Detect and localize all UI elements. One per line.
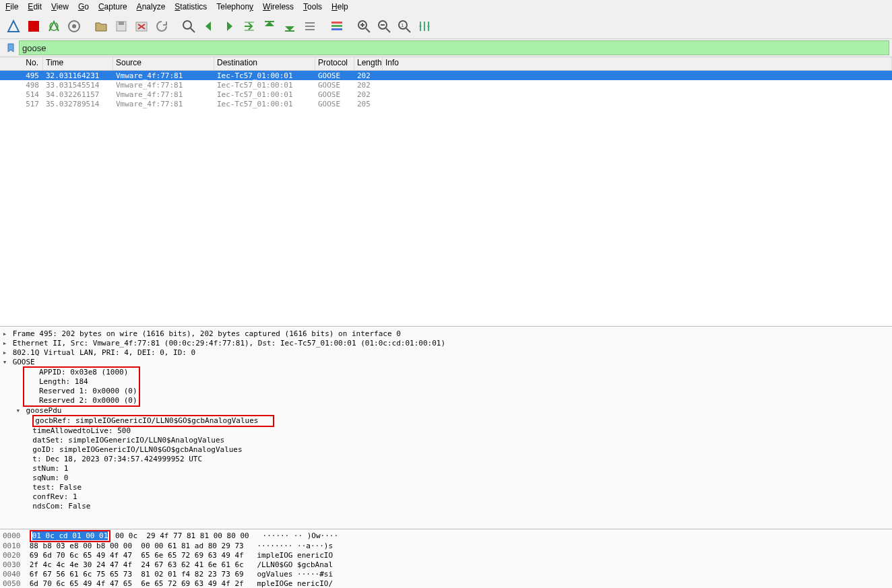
hex-row[interactable]: 0050 6d 70 6c 65 49 4f 47 65 6e 65 72 69…	[3, 579, 889, 588]
find-packet-icon[interactable]	[179, 17, 198, 36]
filter-bookmark-icon[interactable]	[5, 42, 16, 53]
menu-help[interactable]: Help	[331, 2, 348, 11]
svg-point-2	[72, 24, 76, 28]
col-header-dest[interactable]: Destination	[214, 57, 315, 70]
detail-confrev[interactable]: confRev: 1	[32, 492, 77, 501]
go-back-icon[interactable]	[199, 17, 218, 36]
svg-line-23	[386, 28, 390, 32]
packet-row[interactable]: 51735.032789514Vmware_4f:77:81Iec-Tc57_0…	[0, 99, 892, 108]
save-file-icon[interactable]	[112, 17, 131, 36]
detail-stnum[interactable]: stNum: 1	[32, 464, 68, 473]
menu-edit[interactable]: Edit	[28, 2, 42, 11]
detail-test[interactable]: test: False	[32, 483, 82, 492]
collapse-icon[interactable]: ▾	[15, 406, 22, 416]
hex-row[interactable]: 0020 69 6d 70 6c 65 49 4f 47 65 6e 65 72…	[3, 551, 889, 560]
menu-file[interactable]: File	[5, 2, 18, 11]
detail-length[interactable]: Length: 184	[39, 377, 88, 386]
detail-ndscom[interactable]: ndsCom: False	[32, 502, 90, 511]
packet-bytes-pane[interactable]: 0000 01 0c cd 01 00 01 00 0c 29 4f 77 81…	[0, 529, 892, 588]
packet-row[interactable]: 51434.032261157Vmware_4f:77:81Iec-Tc57_0…	[0, 90, 892, 99]
detail-goose[interactable]: GOOSE	[13, 358, 35, 366]
capture-options-icon[interactable]	[65, 17, 84, 36]
menu-statistics[interactable]: Statistics	[174, 2, 207, 11]
packet-list-pane: No. Time Source Destination Protocol Len…	[0, 57, 892, 326]
detail-goid[interactable]: goID: simpleIOGenericIO/LLN0$GO$gcbAnalo…	[32, 445, 242, 454]
svg-rect-0	[28, 21, 39, 32]
hex-row[interactable]: 0010 88 b8 03 e8 00 b8 00 00 00 00 61 81…	[3, 542, 889, 551]
detail-tal[interactable]: timeAllowedtoLive: 500	[32, 426, 131, 435]
highlight-box: 01 0c cd 01 00 01	[30, 530, 111, 542]
stop-capture-icon[interactable]	[24, 17, 43, 36]
detail-gocbref[interactable]: gocbRef: simpleIOGenericIO/LLN0$GO$gcbAn…	[35, 416, 258, 425]
packet-details-pane[interactable]: ▸ Frame 495: 202 bytes on wire (1616 bit…	[0, 326, 892, 529]
display-filter-bar	[0, 39, 892, 57]
open-file-icon[interactable]	[92, 17, 110, 36]
zoom-reset-icon[interactable]: 1	[395, 17, 414, 36]
svg-rect-16	[331, 25, 342, 27]
restart-capture-icon[interactable]	[44, 17, 63, 36]
menu-view[interactable]: View	[51, 2, 69, 11]
detail-res1[interactable]: Reserved 1: 0x0000 (0)	[39, 387, 137, 395]
reload-file-icon[interactable]	[152, 17, 171, 36]
detail-datset[interactable]: datSet: simpleIOGenericIO/LLN0$AnalogVal…	[32, 436, 224, 445]
auto-scroll-icon[interactable]	[300, 17, 319, 36]
col-header-info[interactable]: Info	[383, 57, 892, 70]
packet-row[interactable]: 49833.031545514Vmware_4f:77:81Iec-Tc57_0…	[0, 80, 892, 90]
hex-row[interactable]: 0000 01 0c cd 01 00 01 00 0c 29 4f 77 81…	[3, 531, 889, 542]
detail-sqnum[interactable]: sqNum: 0	[32, 473, 68, 482]
hex-row[interactable]: 0040 6f 67 56 61 6c 75 65 73 81 02 01 f4…	[3, 570, 889, 579]
detail-frame[interactable]: Frame 495: 202 bytes on wire (1616 bits)…	[13, 329, 401, 338]
detail-vlan[interactable]: 802.1Q Virtual LAN, PRI: 4, DEI: 0, ID: …	[13, 348, 196, 357]
zoom-out-icon[interactable]	[375, 17, 393, 36]
col-header-len[interactable]: Length	[354, 57, 383, 70]
go-forward-icon[interactable]	[220, 17, 238, 36]
svg-text:1: 1	[401, 22, 404, 28]
zoom-in-icon[interactable]	[354, 17, 373, 36]
go-last-icon[interactable]	[280, 17, 299, 36]
expand-icon[interactable]: ▸	[1, 348, 8, 358]
svg-rect-4	[119, 22, 124, 25]
col-header-no[interactable]: No.	[0, 57, 43, 70]
svg-rect-15	[331, 22, 342, 24]
col-header-time[interactable]: Time	[43, 57, 113, 70]
svg-line-7	[191, 28, 195, 32]
menu-wireless[interactable]: Wireless	[263, 2, 294, 11]
menu-go[interactable]: Go	[78, 2, 89, 11]
svg-line-19	[366, 28, 370, 32]
hex-row[interactable]: 0030 2f 4c 4c 4e 30 24 47 4f 24 67 63 62…	[3, 560, 889, 570]
expand-icon[interactable]: ▸	[1, 329, 8, 339]
packet-list-header[interactable]: No. Time Source Destination Protocol Len…	[0, 57, 892, 71]
col-header-source[interactable]: Source	[113, 57, 214, 70]
go-first-icon[interactable]	[260, 17, 279, 36]
svg-point-6	[183, 21, 191, 29]
go-to-packet-icon[interactable]	[240, 17, 259, 36]
highlight-box: APPID: 0x03e8 (1000) Length: 184 Reserve…	[23, 366, 140, 407]
detail-t[interactable]: t: Dec 18, 2023 07:34:57.424999952 UTC	[32, 455, 202, 463]
colorize-icon[interactable]	[327, 17, 346, 36]
col-header-proto[interactable]: Protocol	[315, 57, 354, 70]
menu-tools[interactable]: Tools	[303, 2, 322, 11]
svg-rect-17	[331, 28, 342, 30]
display-filter-input[interactable]	[19, 40, 889, 55]
collapse-icon[interactable]: ▾	[1, 358, 8, 367]
expand-icon[interactable]: ▸	[1, 339, 8, 348]
menu-capture[interactable]: Capture	[98, 2, 127, 11]
detail-appid[interactable]: APPID: 0x03e8 (1000)	[39, 368, 128, 377]
main-toolbar: 1	[0, 13, 892, 39]
highlight-box: gocbRef: simpleIOGenericIO/LLN0$GO$gcbAn…	[32, 415, 274, 427]
close-file-icon[interactable]	[132, 17, 151, 36]
resize-columns-icon[interactable]	[415, 17, 434, 36]
detail-goosepdu[interactable]: goosePdu	[26, 406, 62, 415]
start-capture-icon[interactable]	[4, 17, 23, 36]
detail-res2[interactable]: Reserved 2: 0x0000 (0)	[39, 396, 137, 405]
detail-eth[interactable]: Ethernet II, Src: Vmware_4f:77:81 (00:0c…	[13, 339, 445, 348]
svg-line-26	[406, 28, 410, 32]
menu-analyze[interactable]: Analyze	[137, 2, 166, 11]
menu-bar: File Edit View Go Capture Analyze Statis…	[0, 0, 892, 13]
packet-row[interactable]: 49532.031164231Vmware_4f:77:81Iec-Tc57_0…	[0, 71, 892, 80]
menu-telephony[interactable]: Telephony	[216, 2, 253, 11]
